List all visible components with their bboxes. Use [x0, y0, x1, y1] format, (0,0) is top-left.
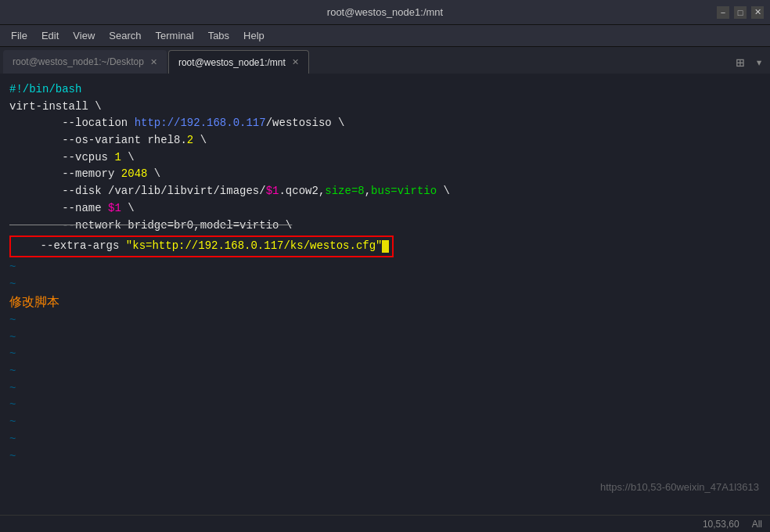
menu-search[interactable]: Search — [103, 28, 147, 43]
tab-dropdown-button[interactable]: ▾ — [751, 52, 767, 74]
menu-file[interactable]: File — [5, 28, 34, 43]
line-network: --network bridge=br0,model=virtio \ — [9, 217, 761, 235]
menu-edit[interactable]: Edit — [35, 28, 65, 43]
window-title: root@westos_node1:/mnt — [327, 6, 443, 18]
tab-desktop-close[interactable]: ✕ — [150, 57, 157, 67]
tilde-10: ~ — [9, 431, 761, 448]
tilde-11: ~ — [9, 448, 761, 466]
window-controls[interactable]: − □ ✕ — [717, 6, 764, 19]
tab-mnt-label: root@westos_node1:/mnt — [178, 57, 286, 68]
cursor — [382, 240, 389, 253]
tilde-2: ~ — [9, 276, 761, 293]
tab-bar: root@westos_node1:~/Desktop ✕ root@westo… — [0, 47, 770, 75]
cursor-position: 10,53,60 — [703, 519, 739, 530]
tilde-7: ~ — [9, 380, 761, 397]
line-location: --location http://192.168.0.117/westosis… — [9, 115, 761, 132]
tab-mnt-close[interactable]: ✕ — [292, 57, 299, 67]
tab-desktop-label: root@westos_node1:~/Desktop — [13, 56, 144, 67]
tilde-1: ~ — [9, 259, 761, 276]
line-disk: --disk /var/lib/libvirt/images/$1.qcow2,… — [9, 183, 761, 200]
watermark: https://b10,53-60weixin_47A1l3613 — [600, 481, 759, 493]
menu-tabs[interactable]: Tabs — [202, 28, 236, 43]
title-bar: root@westos_node1:/mnt − □ ✕ — [0, 0, 770, 25]
menu-view[interactable]: View — [67, 28, 101, 43]
line-shebang: #!/bin/bash — [9, 81, 761, 99]
menu-bar: File Edit View Search Terminal Tabs Help — [0, 25, 770, 47]
menu-terminal[interactable]: Terminal — [149, 28, 200, 43]
tilde-9: ~ — [9, 414, 761, 431]
tilde-4: ~ — [9, 329, 761, 347]
menu-help[interactable]: Help — [237, 28, 271, 43]
tab-mnt[interactable]: root@westos_node1:/mnt ✕ — [168, 50, 309, 74]
new-tab-button[interactable]: ⊞ — [729, 52, 751, 74]
chinese-text: 修改脚本 — [9, 293, 59, 312]
status-right: 10,53,60 All — [703, 519, 762, 530]
tilde-3: ~ — [9, 312, 761, 329]
terminal-content: #!/bin/bash virt-install \ --location ht… — [0, 75, 770, 515]
line-chinese: 修改脚本 — [9, 293, 761, 312]
status-mode: All — [752, 519, 762, 530]
tilde-6: ~ — [9, 363, 761, 380]
status-bar: 10,53,60 All — [0, 515, 770, 532]
line-virtinstall: virt-install \ — [9, 99, 761, 116]
line-name: --name $1 \ — [9, 200, 761, 217]
line-memory: --memory 2048 \ — [9, 166, 761, 183]
line-extra-args: --extra-args "ks=http://192.168.0.117/ks… — [9, 234, 761, 259]
extra-args-highlighted: --extra-args "ks=http://192.168.0.117/ks… — [9, 235, 394, 257]
tab-desktop[interactable]: root@westos_node1:~/Desktop ✕ — [3, 50, 167, 74]
line-vcpus: --vcpus 1 \ — [9, 149, 761, 167]
shebang-text: #!/bin/bash — [9, 81, 81, 99]
close-button[interactable]: ✕ — [751, 6, 764, 19]
minimize-button[interactable]: − — [717, 6, 729, 19]
line-osvariant: --os-variant rhel8.2 \ — [9, 132, 761, 149]
maximize-button[interactable]: □ — [734, 6, 747, 19]
tilde-8: ~ — [9, 397, 761, 414]
tilde-5: ~ — [9, 346, 761, 363]
